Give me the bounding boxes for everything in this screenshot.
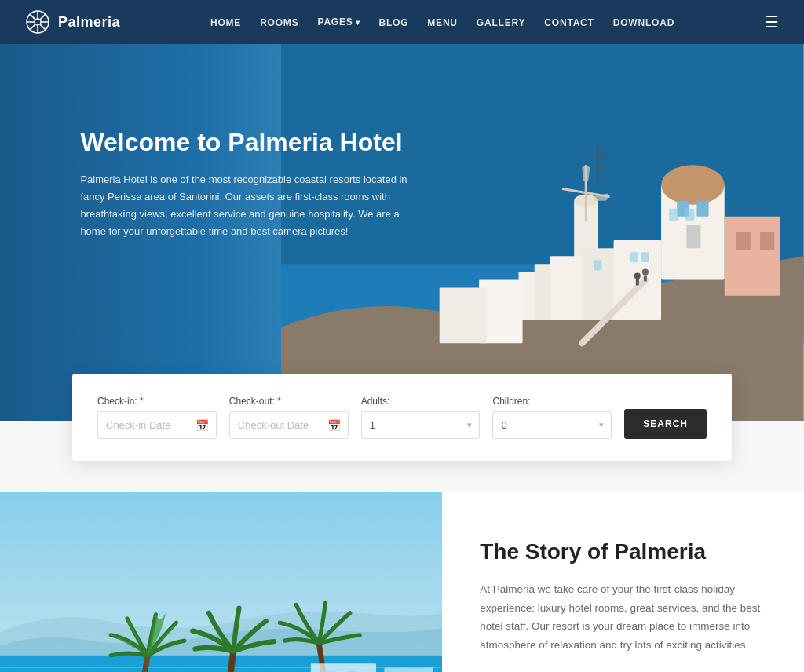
- booking-bar: Check-in: * 📅 Check-out: * 📅: [72, 374, 732, 461]
- svg-rect-42: [670, 209, 679, 221]
- nav-item-menu[interactable]: MENU: [427, 15, 458, 29]
- checkout-input-wrap: 📅: [229, 411, 349, 439]
- children-field: Children: 0 1 2 3 4 ▾: [492, 396, 612, 439]
- nav-item-rooms[interactable]: ROOMS: [260, 15, 298, 29]
- nav-item-blog[interactable]: BLOG: [378, 15, 408, 29]
- checkin-field: Check-in: * 📅: [97, 396, 217, 439]
- svg-rect-15: [697, 201, 709, 217]
- hamburger-button[interactable]: ☰: [765, 13, 779, 31]
- svg-rect-44: [630, 252, 638, 262]
- svg-rect-71: [384, 667, 433, 672]
- nav-links: HOME ROOMS PAGES ▾ BLOG MENU GALLERY CON…: [210, 15, 674, 29]
- svg-point-13: [661, 165, 725, 204]
- story-section: The Story of Palmeria At Palmeria we tak…: [0, 492, 804, 672]
- checkout-field: Check-out: * 📅: [229, 396, 349, 439]
- children-select[interactable]: 0 1 2 3 4: [492, 411, 612, 439]
- svg-line-7: [40, 24, 46, 30]
- svg-rect-41: [644, 275, 647, 281]
- logo-text: Palmeria: [58, 14, 120, 31]
- checkout-input[interactable]: [229, 411, 349, 439]
- svg-point-38: [634, 272, 641, 279]
- svg-point-40: [642, 268, 649, 275]
- children-label: Children:: [492, 396, 612, 407]
- nav-item-download[interactable]: DOWNLOAD: [613, 15, 674, 29]
- children-select-wrap: 0 1 2 3 4 ▾: [492, 411, 612, 439]
- checkin-required: *: [140, 396, 144, 407]
- adults-select-wrap: 1 2 3 4 5 ▾: [361, 411, 481, 439]
- hero-title: Welcome to Palmeria Hotel: [80, 127, 410, 157]
- search-button[interactable]: SEARCH: [624, 409, 707, 439]
- nav-item-gallery[interactable]: GALLERY: [477, 15, 526, 29]
- chevron-down-icon: ▾: [356, 18, 360, 27]
- story-image: [0, 492, 442, 672]
- story-text: At Palmeria we take care of your the fir…: [480, 580, 766, 655]
- booking-form: Check-in: * 📅 Check-out: * 📅: [97, 396, 707, 439]
- svg-rect-32: [761, 232, 775, 250]
- hero-section: Welcome to Palmeria Hotel Palmeria Hotel…: [0, 44, 804, 421]
- beach-scene-image: [0, 492, 442, 672]
- checkin-input-wrap: 📅: [97, 411, 217, 439]
- adults-field: Adults: 1 2 3 4 5 ▾: [361, 396, 481, 439]
- svg-rect-45: [641, 252, 649, 262]
- svg-rect-30: [725, 217, 780, 296]
- svg-rect-68: [311, 663, 376, 672]
- svg-rect-31: [736, 232, 751, 250]
- svg-rect-43: [685, 209, 695, 221]
- nav-item-home[interactable]: HOME: [210, 15, 241, 29]
- svg-point-1: [35, 19, 41, 25]
- logo[interactable]: Palmeria: [25, 9, 120, 35]
- checkin-input[interactable]: [97, 411, 217, 439]
- svg-line-6: [30, 14, 35, 20]
- checkout-label: Check-out: *: [229, 396, 349, 407]
- logo-icon: [25, 9, 50, 35]
- hero-content: Welcome to Palmeria Hotel Palmeria Hotel…: [80, 127, 410, 241]
- story-title: The Story of Palmeria: [480, 539, 766, 564]
- adults-select[interactable]: 1 2 3 4 5: [361, 411, 481, 439]
- svg-rect-46: [594, 260, 602, 270]
- svg-line-8: [40, 14, 46, 20]
- svg-line-9: [30, 24, 35, 30]
- svg-rect-16: [687, 225, 701, 248]
- svg-rect-39: [636, 279, 639, 286]
- checkout-required: *: [277, 396, 281, 407]
- hero-description: Palmeria Hotel is one of the most recogn…: [80, 171, 410, 240]
- nav-item-pages[interactable]: PAGES ▾: [317, 16, 360, 27]
- checkin-label: Check-in: *: [97, 396, 217, 407]
- adults-label: Adults:: [361, 396, 481, 407]
- story-content: The Story of Palmeria At Palmeria we tak…: [442, 492, 804, 672]
- svg-rect-34: [440, 288, 488, 344]
- navbar: Palmeria HOME ROOMS PAGES ▾ BLOG MENU GA…: [0, 0, 804, 44]
- nav-item-contact[interactable]: CONTACT: [544, 15, 594, 29]
